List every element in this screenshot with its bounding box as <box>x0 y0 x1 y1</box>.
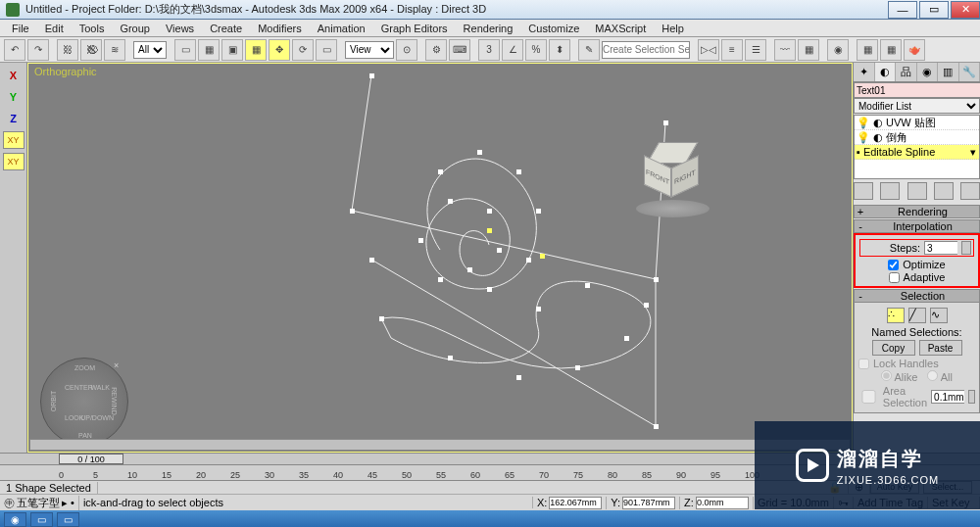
menu-views[interactable]: Views <box>158 21 202 36</box>
select-region-button[interactable]: ▣ <box>221 39 243 61</box>
wheel-zoom[interactable]: ZOOM <box>74 364 95 371</box>
menu-group[interactable]: Group <box>112 21 158 36</box>
render-button[interactable]: 🫖 <box>904 39 925 61</box>
percent-snap-button[interactable]: % <box>525 39 547 61</box>
select-name-button[interactable]: ▦ <box>198 39 220 61</box>
optimize-checkbox[interactable] <box>888 260 899 270</box>
modifier-stack[interactable]: 💡◐UVW 贴图 💡◐倒角 ▪Editable Spline▾ <box>854 115 980 179</box>
make-unique-button[interactable] <box>907 182 927 200</box>
menu-grapheditors[interactable]: Graph Editors <box>373 21 456 36</box>
viewport[interactable]: Orthographic <box>27 63 853 453</box>
ref-coord-dropdown[interactable]: View <box>345 41 394 59</box>
wheel-rewind[interactable]: REWIND <box>110 387 117 414</box>
manipulate-button[interactable]: ⚙ <box>425 39 447 61</box>
rollout-rendering-header[interactable]: +Rendering <box>854 205 980 218</box>
panel-tab-motion[interactable]: ◉ <box>917 63 939 81</box>
layers-button[interactable]: ☰ <box>745 39 766 61</box>
wheel-center[interactable]: CENTER <box>65 384 93 391</box>
panel-tab-create[interactable]: ✦ <box>854 63 875 81</box>
panel-tab-modify[interactable]: ◐ <box>875 63 897 81</box>
menu-customize[interactable]: Customize <box>520 21 587 36</box>
wheel-walk[interactable]: WALK <box>90 384 110 391</box>
spinner-snap-button[interactable]: ⬍ <box>549 39 570 61</box>
axis-xy2-button[interactable]: XY <box>3 153 24 170</box>
link-button[interactable]: ⛓ <box>57 39 78 61</box>
axis-z-button[interactable]: Z <box>4 110 24 127</box>
coord-z-input[interactable] <box>696 497 749 509</box>
menu-rendering[interactable]: Rendering <box>456 21 521 36</box>
material-editor-button[interactable]: ◉ <box>827 39 849 61</box>
steps-input[interactable] <box>924 241 957 255</box>
wheel-pan[interactable]: PAN <box>78 432 92 439</box>
coord-y-input[interactable] <box>622 497 675 509</box>
remove-modifier-button[interactable] <box>934 182 954 200</box>
modifier-list-dropdown[interactable]: Modifier List <box>854 98 980 114</box>
axis-y-button[interactable]: Y <box>4 88 24 106</box>
select-move-button[interactable]: ✥ <box>269 39 290 61</box>
steering-wheel-close[interactable]: × <box>114 360 125 372</box>
adaptive-checkbox[interactable] <box>889 272 900 283</box>
snap-button[interactable]: 3 <box>478 39 500 61</box>
mirror-button[interactable]: ▷◁ <box>698 39 719 61</box>
view-cube[interactable]: FRONT RIGHT <box>626 132 719 225</box>
menu-help[interactable]: Help <box>654 21 692 36</box>
redo-button[interactable]: ↷ <box>27 39 49 61</box>
menu-create[interactable]: Create <box>202 21 250 36</box>
angle-snap-button[interactable]: ∠ <box>502 39 523 61</box>
paste-button[interactable]: Paste <box>919 340 962 356</box>
undo-button[interactable]: ↶ <box>4 39 25 61</box>
panel-tab-display[interactable]: ▥ <box>938 63 959 81</box>
maximize-button[interactable]: ▭ <box>919 1 949 19</box>
taskbar-item[interactable]: ▭ <box>30 512 53 527</box>
pin-stack-button[interactable] <box>854 182 873 200</box>
render-frame-button[interactable]: ▦ <box>880 39 902 61</box>
selection-filter-dropdown[interactable]: All <box>133 41 167 59</box>
axis-xy-button[interactable]: XY <box>3 131 24 149</box>
panel-tab-utilities[interactable]: 🔧 <box>959 63 981 81</box>
menu-tools[interactable]: Tools <box>72 21 113 36</box>
show-end-result-button[interactable] <box>880 182 900 200</box>
bind-spacewarp-button[interactable]: ≋ <box>104 39 125 61</box>
pivot-button[interactable]: ⊙ <box>396 39 417 61</box>
menu-modifiers[interactable]: Modifiers <box>250 21 310 36</box>
coord-x-input[interactable] <box>549 497 602 509</box>
area-selection-spinner[interactable] <box>968 390 975 404</box>
steering-wheel[interactable]: × ZOOM PAN ORBIT REWIND CENTER WALK LOOK… <box>40 358 128 446</box>
select-button[interactable]: ▭ <box>174 39 196 61</box>
window-crossing-button[interactable]: ▦ <box>245 39 267 61</box>
edit-named-sel-button[interactable]: ✎ <box>578 39 600 61</box>
taskbar-item[interactable]: ◉ <box>4 512 26 527</box>
menu-animation[interactable]: Animation <box>310 21 373 36</box>
menu-edit[interactable]: Edit <box>37 21 72 36</box>
render-setup-button[interactable]: ▦ <box>857 39 878 61</box>
rollout-selection-header[interactable]: -Selection <box>854 289 980 303</box>
steps-spinner[interactable] <box>961 241 971 255</box>
object-name-input[interactable] <box>854 82 980 98</box>
curve-editor-button[interactable]: 〰 <box>774 39 796 61</box>
named-selection-set-input[interactable] <box>602 41 690 59</box>
wheel-up[interactable]: UP/DOWN <box>80 414 114 421</box>
select-scale-button[interactable]: ▭ <box>316 39 337 61</box>
configure-sets-button[interactable] <box>960 182 980 200</box>
viewport-scrollbar[interactable] <box>29 439 851 451</box>
taskbar-item[interactable]: ▭ <box>57 512 79 527</box>
unlink-button[interactable]: ⛓⃠ <box>80 39 102 61</box>
area-selection-input[interactable] <box>931 390 964 404</box>
panel-tab-hierarchy[interactable]: 品 <box>896 63 917 81</box>
menu-file[interactable]: File <box>4 21 37 36</box>
subobj-vertex-button[interactable]: ∴ <box>887 308 905 323</box>
copy-button[interactable]: Copy <box>872 340 915 356</box>
wheel-orbit[interactable]: ORBIT <box>50 391 57 411</box>
subobj-spline-button[interactable]: ∿ <box>930 308 948 323</box>
select-rotate-button[interactable]: ⟳ <box>292 39 314 61</box>
keyboard-shortcut-button[interactable]: ⌨ <box>449 39 470 61</box>
align-button[interactable]: ≡ <box>721 39 743 61</box>
minimize-button[interactable]: — <box>888 1 917 19</box>
schematic-view-button[interactable]: ▦ <box>798 39 819 61</box>
rollout-interpolation-header[interactable]: -Interpolation <box>854 219 980 233</box>
menu-maxscript[interactable]: MAXScript <box>587 21 654 36</box>
close-button[interactable]: ✕ <box>951 1 980 19</box>
subobj-segment-button[interactable]: ╱ <box>908 308 926 323</box>
time-slider-handle[interactable]: 0 / 100 <box>59 454 123 464</box>
axis-x-button[interactable]: X <box>4 67 24 84</box>
